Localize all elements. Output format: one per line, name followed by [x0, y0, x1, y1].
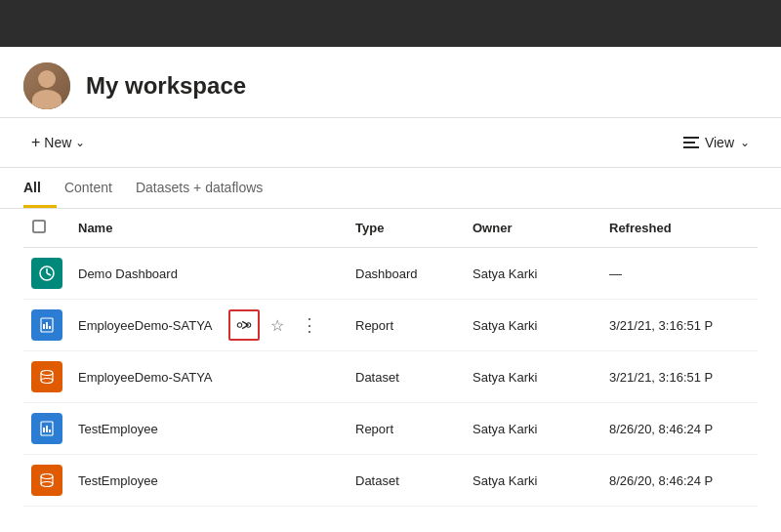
- row-name-cell: TestEmployee: [70, 455, 348, 507]
- row-icon-cell: [23, 455, 70, 507]
- row-name-cell: EmployeeDemo-SATYA ☆⋮: [70, 300, 348, 351]
- row-icon-cell: [23, 248, 70, 300]
- svg-rect-3: [43, 324, 45, 329]
- top-bar: [0, 0, 781, 47]
- row-owner-cell: Satya Karki: [465, 248, 601, 300]
- row-type-cell: Dashboard: [348, 248, 465, 300]
- row-name-cell: EmployeeDemo-SATYA: [70, 351, 348, 403]
- row-name: TestEmployee: [78, 422, 158, 436]
- svg-point-7: [237, 323, 242, 328]
- table-row: EmployeeDemo-SATYA ☆⋮ReportSatya Karki3/…: [23, 300, 758, 351]
- favorite-button[interactable]: ☆: [264, 311, 291, 339]
- row-icon-cell: [23, 351, 70, 403]
- row-owner-cell: Satya Karki: [465, 351, 601, 403]
- icon-report: [31, 309, 62, 341]
- tabs: All Content Datasets + dataflows: [0, 168, 781, 209]
- row-refreshed-cell: 8/26/20, 8:46:24 P: [601, 403, 758, 455]
- svg-rect-11: [43, 428, 45, 432]
- table-row: TestEmployeeReportSatya Karki8/26/20, 8:…: [23, 403, 758, 455]
- row-refreshed-cell: 8/26/20, 8:46:24 P: [601, 455, 758, 507]
- view-label: View: [705, 135, 734, 150]
- workspace-title: My workspace: [86, 72, 246, 100]
- view-button[interactable]: View ⌄: [676, 129, 758, 156]
- toolbar: + New ⌄ View ⌄: [0, 118, 781, 168]
- chevron-down-icon: ⌄: [75, 136, 85, 149]
- svg-point-15: [41, 482, 53, 487]
- svg-point-8: [41, 371, 53, 376]
- table-row: TestEmployeeDatasetSatya Karki8/26/20, 8…: [23, 455, 758, 507]
- view-lines-icon: [683, 137, 699, 148]
- row-name: TestEmployee: [78, 473, 158, 488]
- share-button[interactable]: [228, 309, 260, 341]
- th-refreshed: Refreshed: [601, 209, 758, 248]
- row-type-cell: Report: [348, 300, 465, 351]
- row-refreshed-cell: —: [601, 248, 758, 300]
- svg-point-9: [41, 379, 53, 384]
- toolbar-left: + New ⌄: [23, 128, 93, 157]
- th-name: Name: [70, 209, 348, 248]
- svg-rect-4: [46, 322, 48, 329]
- row-type-cell: Report: [348, 403, 465, 455]
- items-table: Name Type Owner Refreshed Demo Dashboard…: [23, 209, 758, 507]
- tab-all[interactable]: All: [23, 168, 57, 208]
- svg-rect-12: [46, 426, 48, 432]
- svg-rect-0: [33, 221, 45, 232]
- row-icon-cell: [23, 300, 70, 351]
- row-name-cell: TestEmployee: [70, 403, 348, 455]
- row-action-icons: ☆⋮: [228, 309, 322, 341]
- more-options-button[interactable]: ⋮: [295, 311, 322, 339]
- workspace-header: My workspace: [0, 47, 781, 118]
- row-name-cell: Demo Dashboard: [70, 248, 348, 300]
- row-icon-cell: [23, 403, 70, 455]
- th-icon: [23, 209, 70, 248]
- new-label: New: [44, 135, 71, 150]
- icon-report: [31, 413, 62, 444]
- row-owner-cell: Satya Karki: [465, 300, 601, 351]
- plus-icon: +: [31, 134, 40, 151]
- table-row: EmployeeDemo-SATYADatasetSatya Karki3/21…: [23, 351, 758, 403]
- row-refreshed-cell: 3/21/21, 3:16:51 P: [601, 351, 758, 403]
- icon-dataset: [31, 465, 62, 496]
- svg-point-14: [41, 474, 53, 479]
- icon-dataset: [31, 361, 62, 392]
- row-type-cell: Dataset: [348, 351, 465, 403]
- th-type: Type: [348, 209, 465, 248]
- row-owner-cell: Satya Karki: [465, 455, 601, 507]
- table-container: Name Type Owner Refreshed Demo Dashboard…: [0, 209, 781, 507]
- row-refreshed-cell: 3/21/21, 3:16:51 P: [601, 300, 758, 351]
- row-type-cell: Dataset: [348, 455, 465, 507]
- avatar: [23, 62, 70, 109]
- view-chevron-icon: ⌄: [740, 136, 750, 149]
- tab-datasets[interactable]: Datasets + dataflows: [136, 168, 278, 208]
- svg-rect-13: [49, 430, 51, 432]
- svg-rect-5: [49, 326, 51, 329]
- table-row: Demo DashboardDashboardSatya Karki—: [23, 248, 758, 300]
- th-owner: Owner: [465, 209, 601, 248]
- icon-dashboard: [31, 258, 62, 289]
- row-name: EmployeeDemo-SATYA: [78, 318, 213, 333]
- table-header-row: Name Type Owner Refreshed: [23, 209, 758, 248]
- new-button[interactable]: + New ⌄: [23, 128, 93, 157]
- row-name: EmployeeDemo-SATYA: [78, 370, 213, 385]
- row-owner-cell: Satya Karki: [465, 403, 601, 455]
- row-name: Demo Dashboard: [78, 266, 178, 281]
- tab-content[interactable]: Content: [64, 168, 128, 208]
